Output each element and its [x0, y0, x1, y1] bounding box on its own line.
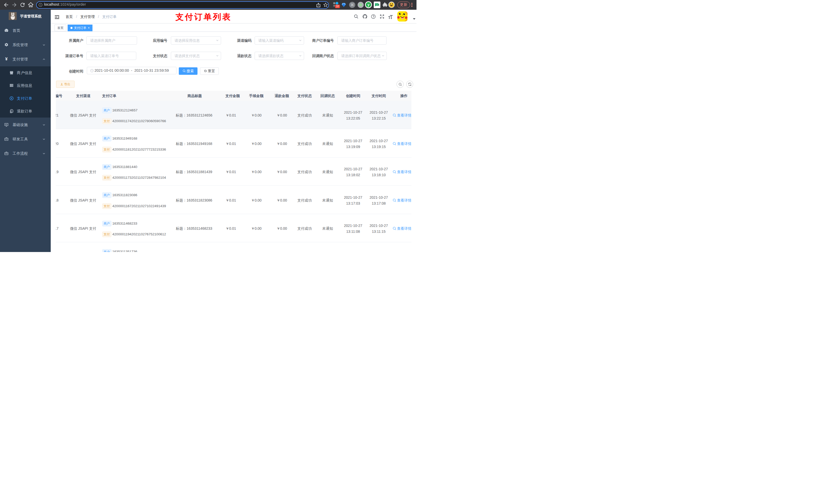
svg-text:¥: ¥ [11, 97, 12, 100]
